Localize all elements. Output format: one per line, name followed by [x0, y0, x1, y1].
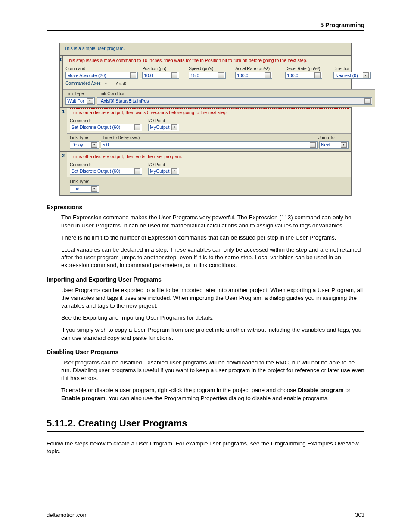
step-number: 2 [60, 152, 67, 195]
ellipsis-icon[interactable]: … [364, 98, 371, 104]
text: Follow the steps below to create a [47, 440, 136, 447]
param-label: Decel Rate (pu/s²) [285, 66, 332, 71]
jump-field[interactable]: Next [319, 141, 349, 149]
delay-value: 5.0 [103, 142, 109, 147]
command-label: Command: [65, 66, 140, 71]
link-type-value: Delay [72, 142, 83, 147]
link-export-import[interactable]: Exporting and Importing User Programs [83, 314, 185, 321]
command-field[interactable]: Move Absolute (20) … [65, 72, 138, 79]
footer-page-number: 303 [355, 512, 364, 518]
dropdown-icon[interactable] [87, 98, 93, 104]
page-footer: deltamotion.com 303 [47, 510, 364, 518]
paragraph: To enable or disable a user program, rig… [61, 386, 364, 402]
heading-creating-user-programs: 5.11.2. Creating User Programs [47, 417, 364, 430]
step-row: 0 This step issues a move command to 10 … [60, 55, 351, 107]
link-type-field[interactable]: End [70, 185, 99, 193]
jump-value: Next [321, 142, 330, 147]
link-type-value: Wait For [67, 98, 84, 103]
link-type-label: Link Type: [70, 135, 101, 140]
link-type-label: Link Type: [65, 91, 97, 96]
program-title: This is a simple user program. [60, 43, 351, 55]
io-value: MyOutput [150, 124, 170, 130]
param-field[interactable]: 100.0 … [235, 72, 272, 79]
param-value: 100.0 [237, 73, 248, 78]
step-number: 0 [60, 56, 63, 107]
ellipsis-icon[interactable]: … [134, 168, 140, 174]
delay-field[interactable]: 5.0 … [101, 141, 318, 149]
command-value: Set Discrete Output (60) [72, 124, 120, 130]
command-value: Move Absolute (20) [67, 73, 106, 78]
param-value: Nearest (0) [335, 73, 358, 78]
io-label: I/O Point [148, 162, 187, 167]
step-description: This step issues a move command to 10 in… [65, 57, 372, 64]
io-field[interactable]: MyOutput [148, 168, 179, 175]
delay-label: Time to Delay (sec): [103, 135, 317, 140]
link-user-program[interactable]: User Program [136, 440, 172, 447]
link-type-value: End [72, 186, 80, 191]
heading-import-export: Importing and Exporting User Programs [47, 276, 364, 284]
paragraph: If you simply wish to copy a User Progra… [61, 326, 364, 342]
param-label: Direction [333, 66, 372, 71]
dropdown-icon[interactable] [103, 81, 109, 87]
command-label: Command: [70, 118, 146, 123]
dropdown-icon[interactable] [91, 186, 97, 192]
text: topic. [47, 448, 60, 454]
text: for details. [185, 314, 214, 321]
link-condition-value: _Axis[0].StatusBits.InPos [98, 98, 149, 103]
link-type-field[interactable]: Wait For [65, 97, 95, 105]
axes-label[interactable]: Commanded Axes [65, 81, 109, 87]
text: The Expression command makes the User Pr… [61, 214, 249, 221]
param-field[interactable]: Nearest (0) [333, 72, 371, 79]
param-label: Position (pu) [142, 66, 187, 71]
heading-rule [47, 431, 364, 432]
ellipsis-icon[interactable]: … [265, 72, 271, 78]
dropdown-icon[interactable] [91, 142, 97, 148]
user-program-screenshot: This is a simple user program. 0 This st… [59, 43, 352, 196]
dropdown-icon[interactable] [363, 72, 369, 78]
ellipsis-icon[interactable]: … [310, 142, 316, 148]
command-field[interactable]: Set Discrete Output (60) … [70, 168, 142, 175]
link-type-field[interactable]: Delay [70, 141, 99, 149]
param-field[interactable]: 15.0 … [189, 72, 226, 79]
link-type-label: Link Type: [70, 179, 101, 184]
paragraph: Follow the steps below to create a User … [47, 440, 364, 455]
ellipsis-icon[interactable]: … [171, 72, 177, 78]
paragraph: The Expression command makes the User Pr… [61, 214, 364, 229]
step-description: Turns on a discrete output, then waits 5… [70, 109, 349, 116]
bold-enable: Enable program [61, 395, 106, 401]
param-field[interactable]: 10.0 … [142, 72, 179, 79]
param-label: Accel Rate (pu/s²) [235, 66, 283, 71]
ellipsis-icon[interactable]: … [314, 72, 321, 78]
ellipsis-icon[interactable]: … [134, 124, 140, 130]
io-label: I/O Point [148, 118, 187, 123]
command-field[interactable]: Set Discrete Output (60) … [70, 124, 142, 131]
param-value: 15.0 [190, 73, 199, 78]
bold-disable: Disable program [298, 387, 344, 393]
dropdown-icon[interactable] [171, 168, 177, 174]
document-body: Expressions The Expression command makes… [47, 203, 364, 456]
command-value: Set Discrete Output (60) [72, 168, 120, 174]
param-field[interactable]: 100.0 … [285, 72, 322, 79]
link-examples-overview[interactable]: Programming Examples Overview [271, 440, 359, 447]
axes-label-text: Commanded Axes [65, 81, 101, 86]
heading-expressions: Expressions [47, 203, 364, 212]
link-local-variables[interactable]: Local variables [61, 246, 100, 253]
dropdown-icon[interactable] [341, 142, 347, 148]
step-description: Turns off a discrete output, then ends t… [70, 153, 349, 160]
axes-value: Axis0 [116, 81, 126, 86]
link-expression[interactable]: Expression (113) [249, 214, 293, 221]
text: . You can also use the Programming Prope… [106, 395, 329, 401]
text: can be declared in a step. These variabl… [61, 246, 361, 268]
dropdown-icon[interactable] [171, 124, 177, 130]
paragraph: User Programs can be exported to a file … [61, 286, 364, 310]
jump-label: Jump To [318, 135, 349, 140]
paragraph: Local variables can be declared in a ste… [61, 246, 364, 270]
link-condition-field[interactable]: _Axis[0].StatusBits.InPos … [97, 97, 372, 105]
param-value: 100.0 [287, 73, 298, 78]
io-field[interactable]: MyOutput [148, 124, 179, 131]
ellipsis-icon[interactable]: … [130, 72, 136, 78]
param-label: Speed (pu/s) [189, 66, 234, 71]
ellipsis-icon[interactable]: … [218, 72, 224, 78]
paragraph: See the Exporting and Importing User Pro… [61, 314, 364, 322]
text: See the [61, 314, 83, 321]
